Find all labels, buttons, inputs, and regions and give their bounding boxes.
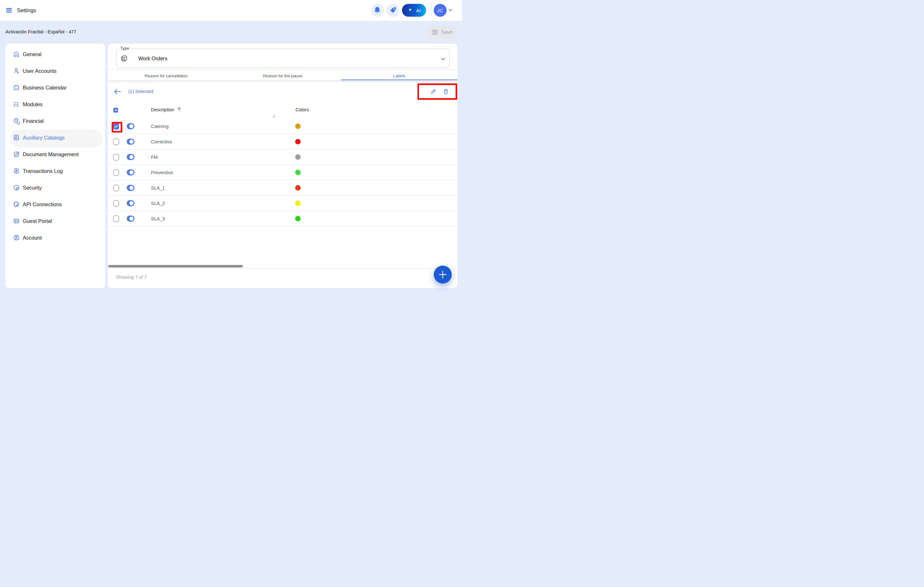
svg-text:$: $ [15,119,16,122]
